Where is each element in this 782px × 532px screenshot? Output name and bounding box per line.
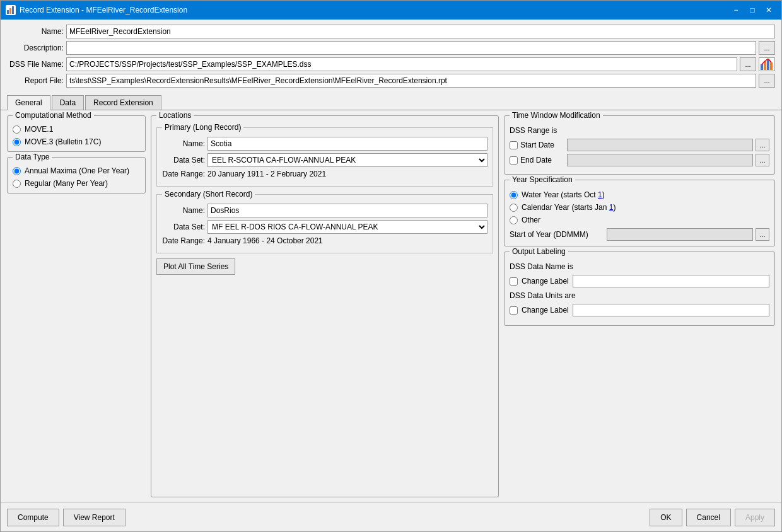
secondary-sub-panel-title: Secondary (Short Record) [162, 190, 255, 199]
minimize-button[interactable]: − [728, 4, 744, 16]
end-date-input[interactable] [567, 154, 753, 166]
description-input[interactable] [66, 41, 756, 55]
start-date-browse-button[interactable]: ... [756, 139, 769, 151]
end-date-label: End Date [520, 156, 564, 165]
footer-left: Compute View Report [7, 509, 125, 526]
secondary-dataset-select[interactable]: MF EEL R-DOS RIOS CA-FLOW-ANNUAL PEAK [207, 220, 487, 234]
water-year-row: Water Year (starts Oct 1) [510, 190, 769, 199]
tabs-bar: General Data Record Extension [1, 95, 781, 110]
apply-button[interactable]: Apply [735, 509, 775, 526]
compute-button[interactable]: Compute [7, 509, 59, 526]
report-file-label: Report File: [7, 76, 64, 85]
start-date-label: Start Date [520, 141, 564, 149]
output-labeling-title: Output Labeling [510, 247, 568, 256]
description-browse-button[interactable]: ... [759, 41, 775, 55]
cancel-button[interactable]: Cancel [686, 509, 731, 526]
svg-rect-0 [7, 10, 9, 14]
change-label-1-row: Change Label [510, 275, 769, 287]
footer-right: OK Cancel Apply [650, 509, 775, 526]
secondary-name-row: Name: [162, 204, 487, 217]
data-type-group: Data Type Annual Maxima (One Per Year) R… [7, 157, 146, 194]
annual-maxima-label: Annual Maxima (One Per Year) [25, 166, 129, 175]
start-date-checkbox[interactable] [510, 141, 518, 149]
svg-rect-2 [12, 6, 14, 14]
start-date-input[interactable] [567, 139, 753, 151]
water-year-label: Water Year (starts Oct 1) [522, 190, 605, 199]
primary-daterange-label: Date Range: [162, 170, 205, 178]
form-area: Name: Description: ... DSS File Name: ..… [1, 20, 781, 95]
move1-radio[interactable] [13, 125, 21, 134]
change-label-2-row: Change Label [510, 304, 769, 316]
primary-dataset-row: Data Set: EEL R-SCOTIA CA-FLOW-ANNUAL PE… [162, 153, 487, 167]
dss-range-is-label: DSS Range is [510, 126, 769, 135]
move1-row: MOVE.1 [13, 125, 140, 134]
svg-rect-1 [9, 8, 11, 14]
regular-row: Regular (Many Per Year) [13, 179, 140, 188]
tab-record-extension[interactable]: Record Extension [85, 95, 161, 110]
other-year-radio[interactable] [510, 216, 518, 224]
right-column: Time Window Modification DSS Range is St… [504, 115, 775, 497]
app-icon [6, 5, 16, 15]
tab-data[interactable]: Data [52, 95, 84, 110]
year-spec-title: Year Specification [510, 175, 575, 184]
change-label-1-input[interactable] [573, 275, 769, 287]
start-of-year-row: Start of Year (DDMMM) ... [510, 228, 769, 241]
plot-all-timeseries-button[interactable]: Plot All Time Series [156, 258, 235, 275]
regular-radio[interactable] [13, 180, 21, 188]
svg-rect-6 [770, 62, 773, 70]
main-content: Computational Method MOVE.1 MOVE.3 (Bull… [1, 110, 781, 502]
calendar-year-radio[interactable] [510, 204, 518, 212]
secondary-daterange-row: Date Range: 4 January 1966 - 24 October … [162, 236, 487, 245]
report-file-input[interactable] [66, 74, 756, 88]
locations-title: Locations [156, 111, 194, 120]
secondary-dataset-row: Data Set: MF EEL R-DOS RIOS CA-FLOW-ANNU… [162, 220, 487, 234]
primary-dataset-select[interactable]: EEL R-SCOTIA CA-FLOW-ANNUAL PEAK [207, 153, 487, 167]
ok-button[interactable]: OK [650, 509, 682, 526]
secondary-daterange-label: Date Range: [162, 236, 205, 245]
description-row: Description: ... [7, 41, 775, 55]
end-date-checkbox[interactable] [510, 156, 518, 165]
dss-file-browse-button[interactable]: ... [740, 57, 756, 71]
time-window-title: Time Window Modification [510, 111, 603, 120]
change-label-1-text: Change Label [522, 277, 569, 286]
computational-method-title: Computational Method [13, 111, 94, 120]
move3-radio[interactable] [13, 138, 21, 146]
move3-row: MOVE.3 (Bulletin 17C) [13, 137, 140, 146]
primary-name-label: Name: [162, 139, 205, 148]
svg-rect-3 [761, 64, 763, 70]
tab-general[interactable]: General [7, 95, 50, 110]
annual-maxima-radio[interactable] [13, 167, 21, 175]
water-year-radio[interactable] [510, 191, 518, 199]
name-label: Name: [7, 27, 64, 36]
secondary-name-input[interactable] [207, 204, 487, 217]
change-label-2-input[interactable] [573, 304, 769, 316]
primary-daterange-row: Date Range: 20 January 1911 - 2 February… [162, 170, 487, 178]
secondary-name-label: Name: [162, 206, 205, 215]
name-row: Name: [7, 25, 775, 38]
dss-data-units-label: DSS Data Units are [510, 291, 769, 300]
close-button[interactable]: ✕ [761, 4, 776, 16]
maximize-button[interactable]: □ [745, 4, 760, 16]
start-of-year-input[interactable] [607, 228, 753, 241]
report-file-row: Report File: ... [7, 74, 775, 88]
change-label-1-checkbox[interactable] [510, 277, 518, 286]
title-controls: − □ ✕ [728, 4, 776, 16]
window-title: Record Extension - MFEelRiver_RecordExte… [20, 6, 187, 14]
primary-sub-panel-title: Primary (Long Record) [162, 123, 243, 132]
end-date-browse-button[interactable]: ... [756, 154, 769, 166]
move1-label: MOVE.1 [25, 125, 53, 134]
secondary-dataset-label: Data Set: [162, 223, 205, 231]
report-file-browse-button[interactable]: ... [759, 74, 775, 88]
primary-name-input[interactable] [207, 137, 487, 151]
change-label-2-checkbox[interactable] [510, 306, 518, 315]
view-report-button[interactable]: View Report [63, 509, 125, 526]
water-year-accent: 1 [598, 190, 602, 199]
dss-file-input[interactable] [66, 57, 737, 71]
primary-name-row: Name: [162, 137, 487, 151]
dss-chart-button[interactable] [759, 57, 775, 71]
start-of-year-browse-button[interactable]: ... [756, 228, 769, 241]
time-window-group: Time Window Modification DSS Range is St… [504, 115, 775, 175]
title-bar: Record Extension - MFEelRiver_RecordExte… [1, 1, 781, 20]
main-window: Record Extension - MFEelRiver_RecordExte… [0, 0, 782, 532]
name-input[interactable] [66, 25, 775, 38]
